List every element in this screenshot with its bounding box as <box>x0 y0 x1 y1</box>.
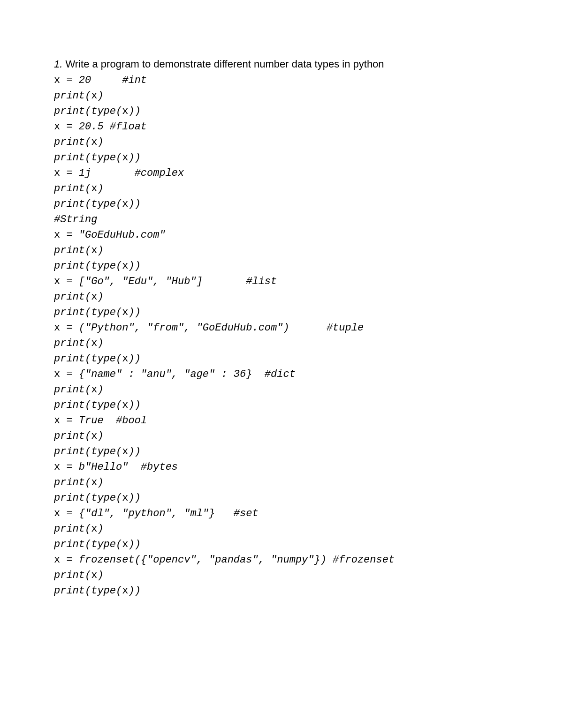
code-line: x = 20 #int <box>54 73 509 88</box>
code-line: print(x) <box>54 289 509 305</box>
code-line: x = "GoEduHub.com" <box>54 227 509 243</box>
code-line: print(type(x)) <box>54 444 509 459</box>
code-line: x = 20.5 #float <box>54 119 509 135</box>
code-line: x = {"name" : "anu", "age" : 36} #dict <box>54 367 509 382</box>
code-line: x = ("Python", "from", "GoEduHub.com") #… <box>54 320 509 336</box>
code-line: print(x) <box>54 243 509 258</box>
code-line: x = ["Go", "Edu", "Hub"] #list <box>54 274 509 289</box>
code-line: print(type(x)) <box>54 583 509 599</box>
code-line: x = {"dl", "python", "ml"} #set <box>54 506 509 521</box>
code-line: print(x) <box>54 135 509 150</box>
code-line: print(type(x)) <box>54 196 509 212</box>
code-line: print(x) <box>54 475 509 490</box>
code-line: x = True #bool <box>54 413 509 428</box>
title-number: 1. <box>54 58 62 70</box>
code-line: print(x) <box>54 88 509 104</box>
code-line: print(type(x)) <box>54 150 509 165</box>
code-line: print(type(x)) <box>54 490 509 506</box>
code-line: print(type(x)) <box>54 305 509 320</box>
code-line: print(x) <box>54 428 509 444</box>
code-line: x = b"Hello" #bytes <box>54 459 509 475</box>
document-title: 1. Write a program to demonstrate differ… <box>54 56 509 72</box>
code-line: x = frozenset({"opencv", "pandas", "nump… <box>54 552 509 568</box>
title-text: Write a program to demonstrate different… <box>62 58 384 70</box>
code-line: print(x) <box>54 181 509 196</box>
code-line: #String <box>54 212 509 227</box>
code-line: print(type(x)) <box>54 537 509 552</box>
code-line: print(x) <box>54 382 509 398</box>
code-line: print(type(x)) <box>54 104 509 119</box>
code-line: print(type(x)) <box>54 258 509 274</box>
code-line: print(x) <box>54 521 509 537</box>
code-line: print(x) <box>54 336 509 351</box>
code-line: print(x) <box>54 568 509 583</box>
code-line: print(type(x)) <box>54 351 509 367</box>
code-line: x = 1j #complex <box>54 165 509 181</box>
code-line: print(type(x)) <box>54 398 509 413</box>
